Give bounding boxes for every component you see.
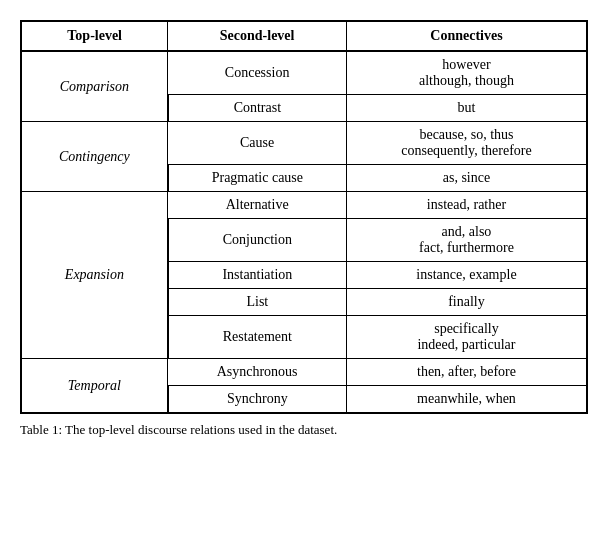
table-row: Contingency Cause because, so, thusconse… xyxy=(21,122,587,165)
header-connectives: Connectives xyxy=(346,21,587,51)
table-row: Temporal Asynchronous then, after, befor… xyxy=(21,359,587,386)
second-level-restatement: Restatement xyxy=(168,316,347,359)
top-level-temporal: Temporal xyxy=(21,359,168,414)
table-caption: Table 1: The top-level discourse relatio… xyxy=(20,422,588,438)
connectives-instantiation: instance, example xyxy=(346,262,587,289)
top-level-comparison: Comparison xyxy=(21,51,168,122)
second-level-contrast: Contrast xyxy=(168,95,347,122)
connectives-cause: because, so, thusconsequently, therefore xyxy=(346,122,587,165)
connectives-restatement: specificallyindeed, particular xyxy=(346,316,587,359)
second-level-asynchronous: Asynchronous xyxy=(168,359,347,386)
connectives-conjunction: and, alsofact, furthermore xyxy=(346,219,587,262)
second-level-synchrony: Synchrony xyxy=(168,386,347,414)
second-level-pragmatic-cause: Pragmatic cause xyxy=(168,165,347,192)
second-level-list: List xyxy=(168,289,347,316)
table-row: Expansion Alternative instead, rather xyxy=(21,192,587,219)
discourse-relations-table: Top-level Second-level Connectives Compa… xyxy=(20,20,588,414)
connectives-list: finally xyxy=(346,289,587,316)
top-level-expansion: Expansion xyxy=(21,192,168,359)
second-level-alternative: Alternative xyxy=(168,192,347,219)
top-level-contingency: Contingency xyxy=(21,122,168,192)
table-row: Comparison Concession howeveralthough, t… xyxy=(21,51,587,95)
connectives-concession: howeveralthough, though xyxy=(346,51,587,95)
second-level-cause: Cause xyxy=(168,122,347,165)
second-level-conjunction: Conjunction xyxy=(168,219,347,262)
header-top-level: Top-level xyxy=(21,21,168,51)
connectives-asynchronous: then, after, before xyxy=(346,359,587,386)
connectives-pragmatic-cause: as, since xyxy=(346,165,587,192)
header-second-level: Second-level xyxy=(168,21,347,51)
second-level-instantiation: Instantiation xyxy=(168,262,347,289)
connectives-synchrony: meanwhile, when xyxy=(346,386,587,414)
connectives-alternative: instead, rather xyxy=(346,192,587,219)
table-container: Top-level Second-level Connectives Compa… xyxy=(20,20,588,438)
second-level-concession: Concession xyxy=(168,51,347,95)
connectives-contrast: but xyxy=(346,95,587,122)
